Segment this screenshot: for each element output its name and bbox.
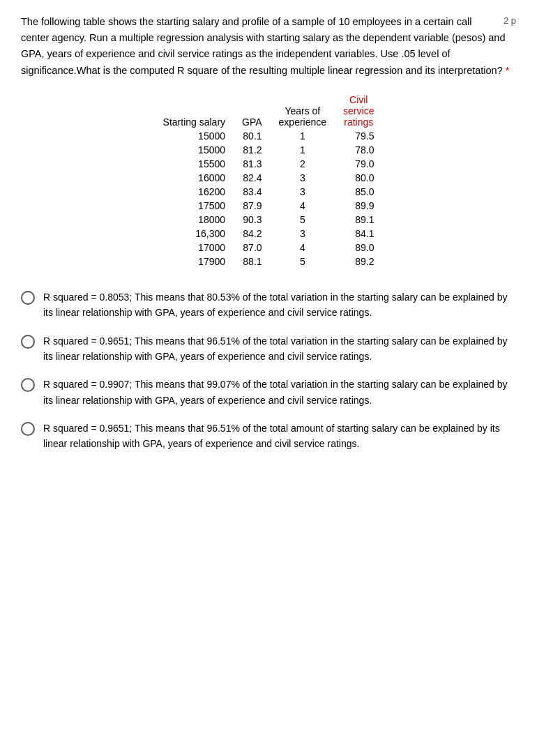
table-cell: 3 — [271, 227, 335, 241]
table-cell: 80.0 — [335, 171, 382, 185]
option-text-4: R squared = 0.9651; This means that 96.5… — [43, 421, 516, 452]
table-cell: 17900 — [155, 255, 234, 269]
table-cell: 5 — [271, 255, 335, 269]
table-cell: 89.9 — [335, 199, 382, 213]
table-cell: 88.1 — [234, 255, 271, 269]
table-cell: 84.2 — [234, 227, 271, 241]
data-table: Starting salary GPA Years ofexperience C… — [155, 93, 383, 269]
table-row: 1500080.1179.5 — [155, 129, 383, 143]
table-row: 1500081.2178.0 — [155, 143, 383, 157]
table-row: 1550081.3279.0 — [155, 157, 383, 171]
page-indicator: 2 p — [504, 14, 516, 29]
table-cell: 85.0 — [335, 185, 382, 199]
table-cell: 4 — [271, 199, 335, 213]
table-row: 16,30084.2384.1 — [155, 227, 383, 241]
radio-button-4[interactable] — [21, 422, 35, 436]
col-header-salary: Starting salary — [155, 93, 234, 129]
table-cell: 16200 — [155, 185, 234, 199]
table-row: 1620083.4385.0 — [155, 185, 383, 199]
table-cell: 3 — [271, 171, 335, 185]
table-cell: 87.9 — [234, 199, 271, 213]
table-cell: 1 — [271, 129, 335, 143]
table-cell: 15500 — [155, 157, 234, 171]
option-text-3: R squared = 0.9907; This means that 99.0… — [43, 377, 516, 408]
radio-button-1[interactable] — [21, 291, 35, 305]
options-container: R squared = 0.8053; This means that 80.5… — [21, 289, 516, 452]
table-row: 1600082.4380.0 — [155, 171, 383, 185]
table-cell: 4 — [271, 241, 335, 255]
table-cell: 89.2 — [335, 255, 382, 269]
table-cell: 87.0 — [234, 241, 271, 255]
table-cell: 5 — [271, 213, 335, 227]
col-header-civil: Civilserviceratings — [335, 93, 382, 129]
table-cell: 2 — [271, 157, 335, 171]
radio-button-2[interactable] — [21, 335, 35, 349]
table-row: 1790088.1589.2 — [155, 255, 383, 269]
option-text-2: R squared = 0.9651; This means that 96.5… — [43, 333, 516, 365]
option-item-4[interactable]: R squared = 0.9651; This means that 96.5… — [21, 421, 516, 452]
table-cell: 3 — [271, 185, 335, 199]
required-indicator: * — [506, 65, 510, 76]
table-cell: 83.4 — [234, 185, 271, 199]
table-cell: 16000 — [155, 171, 234, 185]
table-cell: 79.0 — [335, 157, 382, 171]
table-cell: 90.3 — [234, 213, 271, 227]
table-cell: 79.5 — [335, 129, 382, 143]
option-text-1: R squared = 0.8053; This means that 80.5… — [43, 289, 516, 321]
table-cell: 81.2 — [234, 143, 271, 157]
table-row: 1800090.3589.1 — [155, 213, 383, 227]
question-container: 2 p The following table shows the starti… — [21, 14, 516, 79]
table-cell: 16,300 — [155, 227, 234, 241]
table-cell: 82.4 — [234, 171, 271, 185]
table-cell: 84.1 — [335, 227, 382, 241]
table-row: 1700087.0489.0 — [155, 241, 383, 255]
table-cell: 78.0 — [335, 143, 382, 157]
option-item-3[interactable]: R squared = 0.9907; This means that 99.0… — [21, 377, 516, 408]
table-cell: 1 — [271, 143, 335, 157]
option-item-1[interactable]: R squared = 0.8053; This means that 80.5… — [21, 289, 516, 321]
col-header-gpa: GPA — [234, 93, 271, 129]
table-cell: 80.1 — [234, 129, 271, 143]
col-header-years: Years ofexperience — [271, 93, 335, 129]
option-item-2[interactable]: R squared = 0.9651; This means that 96.5… — [21, 333, 516, 365]
table-cell: 18000 — [155, 213, 234, 227]
radio-button-3[interactable] — [21, 378, 35, 392]
table-cell: 81.3 — [234, 157, 271, 171]
table-cell: 89.1 — [335, 213, 382, 227]
table-cell: 89.0 — [335, 241, 382, 255]
table-cell: 17000 — [155, 241, 234, 255]
data-table-container: Starting salary GPA Years ofexperience C… — [21, 93, 516, 269]
table-cell: 15000 — [155, 129, 234, 143]
question-text: 2 p The following table shows the starti… — [21, 14, 516, 79]
table-row: 1750087.9489.9 — [155, 199, 383, 213]
table-cell: 15000 — [155, 143, 234, 157]
table-cell: 17500 — [155, 199, 234, 213]
